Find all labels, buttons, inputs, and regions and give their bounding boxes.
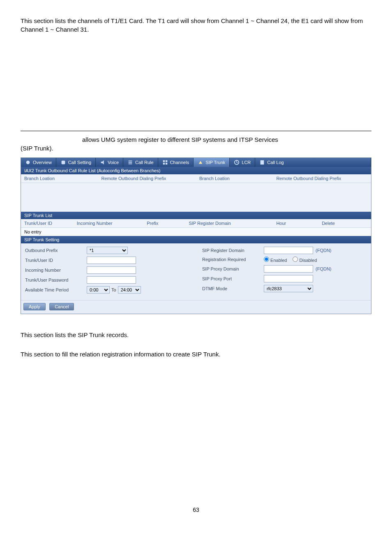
trunk-user-id-label: Trunk/User ID [25, 258, 87, 263]
dtmf-mode-label: DTMF Mode [202, 286, 264, 291]
svg-rect-5 [129, 164, 132, 164]
button-row: Apply Cancel [21, 300, 371, 314]
tab-lcr[interactable]: LCR [230, 158, 255, 167]
fqdn-hint-1: (FQDN) [316, 248, 332, 253]
tab-call-setting[interactable]: Call Setting [56, 158, 96, 167]
sip-proxy-port-input[interactable] [264, 275, 313, 282]
iax2-col-prefix-1: Remote Outbound Dialing Prefix [98, 174, 196, 183]
registration-enabled-text: Enabled [270, 258, 287, 263]
registration-required-label: Registration Required [202, 257, 264, 262]
sip-list-col-trunkid: Trunk/User ID [21, 219, 74, 228]
call-rule-icon [127, 160, 133, 165]
sip-list-empty: No entry [21, 227, 371, 236]
call-log-icon [259, 160, 265, 165]
iax2-col-branch-1: Branch Loation [21, 174, 98, 183]
sip-proxy-port-label: SIP Proxy Port [202, 276, 264, 281]
sip-list-col-domain: SIP Register Domain [185, 219, 273, 228]
tab-overview[interactable]: Overview [21, 158, 56, 167]
svg-rect-8 [163, 163, 164, 164]
svg-rect-6 [163, 160, 164, 162]
body-para-1: This section lists the SIP Trunk records… [21, 331, 371, 339]
mid-paragraph: allows UMG system register to different … [21, 135, 371, 153]
tab-voice[interactable]: Voice [96, 158, 123, 167]
tab-bar: Overview Call Setting Voice Call Rule Ch… [21, 158, 371, 167]
fqdn-hint-2: (FQDN) [316, 266, 332, 271]
call-setting-icon [60, 160, 66, 165]
sip-setting-left-col: Outbound Prefix *1 Trunk/User ID Incomin… [25, 247, 190, 296]
trunk-user-id-input[interactable] [87, 257, 136, 264]
registration-disabled-text: Disabled [300, 258, 317, 263]
available-time-label: Available Time Period [25, 287, 87, 292]
iax2-empty-body [21, 183, 371, 212]
outbound-prefix-select[interactable]: *1 [87, 247, 128, 254]
sip-list-table: Trunk/User ID Incoming Number Prefix SIP… [21, 219, 371, 236]
tab-label: Overview [33, 160, 52, 165]
sip-trunk-icon [198, 160, 203, 165]
tab-channels[interactable]: Channels [158, 158, 194, 167]
svg-rect-9 [166, 163, 167, 164]
sip-setting-header: SIP Trunk Setting [21, 236, 371, 243]
incoming-number-input[interactable] [87, 266, 136, 274]
page-number: 63 [21, 506, 371, 513]
sip-list-header: SIP Trunk List [21, 212, 371, 219]
sip-list-col-delete: Delete [318, 219, 371, 228]
sip-register-domain-input[interactable] [264, 247, 313, 254]
sip-setting-area: Outbound Prefix *1 Trunk/User ID Incomin… [21, 243, 371, 300]
tab-call-log[interactable]: Call Log [255, 158, 371, 167]
svg-marker-2 [101, 160, 104, 165]
time-to-label: To [111, 287, 116, 292]
mid-paragraph-tail: allows UMG system register to different … [82, 135, 278, 144]
iax2-col-prefix-2: Remote Outbound Dialing Prefix [273, 174, 371, 183]
sip-list-col-incoming: Incoming Number [74, 219, 143, 228]
channels-icon [162, 160, 168, 165]
tab-label: LCR [242, 160, 251, 165]
time-from-select[interactable]: 0:00 [87, 286, 110, 294]
svg-rect-11 [261, 160, 264, 165]
registration-enabled-radio[interactable] [264, 257, 269, 262]
voice-icon [100, 160, 106, 165]
sip-proxy-domain-input[interactable] [264, 265, 313, 273]
svg-rect-1 [61, 161, 65, 164]
body-para-2: This section to fill the relation regist… [21, 350, 371, 358]
registration-enabled-option[interactable]: Enabled [264, 257, 287, 263]
sip-list-col-hour: Hour [273, 219, 318, 228]
svg-rect-7 [166, 160, 167, 162]
tab-label: Call Rule [135, 160, 154, 165]
admin-panel: Overview Call Setting Voice Call Rule Ch… [21, 157, 371, 314]
horizontal-rule [21, 131, 371, 131]
svg-point-0 [26, 161, 30, 164]
sip-register-domain-label: SIP Register Domain [202, 248, 264, 253]
intro-paragraph: This section lists the channels of T1/E1… [21, 16, 371, 34]
time-to-select[interactable]: 24:00 [118, 286, 141, 294]
tab-label: Call Setting [68, 160, 91, 165]
cancel-button[interactable]: Cancel [49, 303, 74, 310]
tab-label: Call Log [267, 160, 284, 165]
iax2-table: Branch Loation Remote Outbound Dialing P… [21, 174, 371, 212]
tab-call-rule[interactable]: Call Rule [123, 158, 158, 167]
tab-label: Channels [170, 160, 189, 165]
trunk-user-password-input[interactable] [87, 276, 136, 284]
overview-icon [25, 160, 31, 165]
svg-rect-4 [129, 162, 132, 163]
incoming-number-label: Incoming Number [25, 268, 87, 273]
tab-label: Voice [108, 160, 119, 165]
sip-setting-right-col: SIP Register Domain (FQDN) Registration … [202, 247, 367, 296]
registration-disabled-option[interactable]: Disabled [293, 257, 317, 263]
trunk-user-password-label: Trunk/User Password [25, 278, 87, 282]
tab-label: SIP Trunk [205, 160, 225, 165]
dtmf-mode-select[interactable]: rfc2833 [264, 285, 313, 292]
mid-paragraph-tail2: (SIP Trunk). [21, 144, 371, 153]
registration-disabled-radio[interactable] [293, 257, 298, 262]
iax2-col-branch-2: Branch Loation [196, 174, 273, 183]
lcr-icon [234, 160, 240, 165]
outbound-prefix-label: Outbound Prefix [25, 248, 87, 253]
tab-sip-trunk[interactable]: SIP Trunk [194, 158, 230, 167]
sip-proxy-domain-label: SIP Proxy Domain [202, 266, 264, 271]
sip-list-col-prefix: Prefix [143, 219, 185, 228]
svg-rect-3 [129, 161, 132, 162]
iax2-section-header: IAX2 Trunk Outbound Call Rule List (Auto… [21, 167, 371, 174]
apply-button[interactable]: Apply [23, 303, 46, 310]
